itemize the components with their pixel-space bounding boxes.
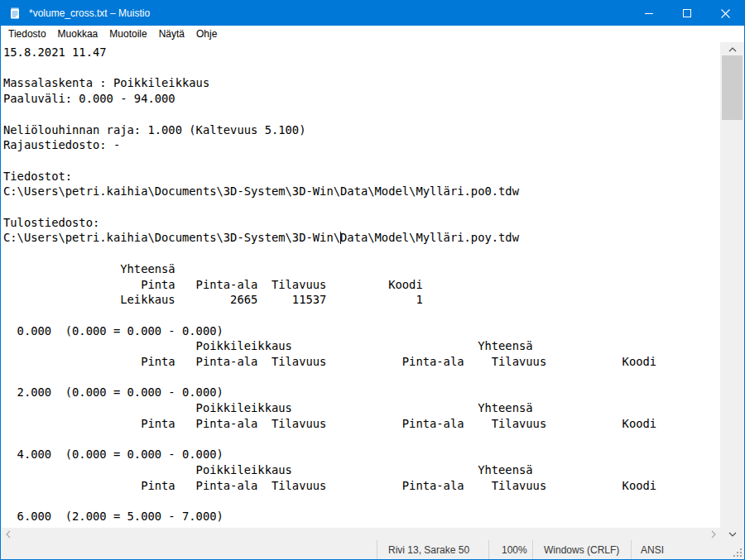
chevron-up-icon [728,47,737,52]
menu-item-muokkaa[interactable]: Muokkaa [52,26,104,41]
menu-item-muotoile[interactable]: Muotoile [103,26,152,41]
status-bar: Rivi 13, Sarake 50 100% Windows (CRLF) A… [1,540,744,559]
chevron-left-icon [6,530,11,538]
close-button[interactable] [706,1,744,26]
chevron-right-icon [711,530,716,538]
scroll-left-button [1,528,15,540]
cursor-position-status: Rivi 13, Sarake 50 [377,540,488,559]
maximize-icon [683,9,691,17]
statusbar-spacer [1,540,377,559]
window-controls [630,1,744,26]
text-editor-area[interactable]: 15.8.2021 11.47 Massalaskenta : Poikkile… [1,42,720,528]
vertical-scrollbar-thumb[interactable] [722,55,743,120]
notepad-window: *volume_cross.txt – Muistio Tiedosto Muo… [0,0,745,560]
scroll-down-button[interactable] [720,528,744,540]
maximize-button[interactable] [668,1,706,26]
scroll-up-button[interactable] [720,42,744,56]
menu-item-ohje[interactable]: Ohje [190,26,223,41]
document-text[interactable]: 15.8.2021 11.47 Massalaskenta : Poikkile… [1,42,720,524]
encoding-status: ANSI [631,540,722,559]
menu-item-tiedosto[interactable]: Tiedosto [2,26,52,41]
horizontal-scrollbar[interactable] [1,528,720,540]
menu-bar: Tiedosto Muokkaa Muotoile Näytä Ohje [1,26,744,42]
vertical-scrollbar[interactable] [720,42,744,540]
resize-grip[interactable] [722,540,744,559]
close-icon [721,9,730,18]
window-title: *volume_cross.txt – Muistio [29,7,150,19]
scroll-right-button [706,528,720,540]
menu-item-nayta[interactable]: Näytä [153,26,190,41]
minimize-button[interactable] [630,1,668,26]
title-bar[interactable]: *volume_cross.txt – Muistio [1,1,744,26]
text-caret [340,232,341,244]
zoom-level-status: 100% [488,540,532,559]
minimize-icon [645,13,653,14]
line-ending-status: Windows (CRLF) [532,540,631,559]
chevron-down-icon [728,532,737,537]
resize-grip-icon [732,547,743,558]
notepad-icon[interactable] [8,7,22,20]
